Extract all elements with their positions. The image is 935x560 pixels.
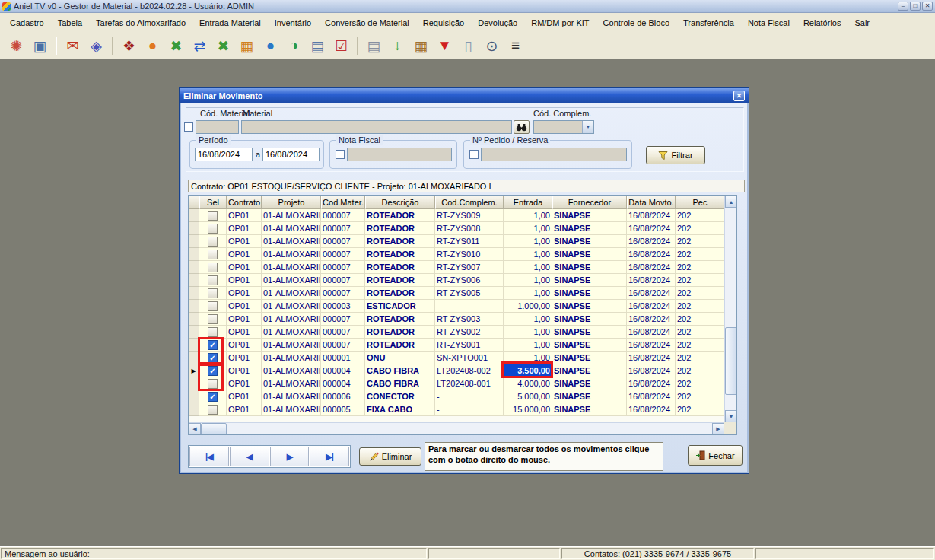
grid-cell-projeto[interactable]: 01-ALMOXARIFA — [262, 261, 321, 274]
menu-item-tabela[interactable]: Tabela — [51, 15, 89, 30]
grid-cell-pec[interactable]: 202 — [676, 209, 724, 222]
menu-item-sair[interactable]: Sair — [848, 15, 876, 30]
periodo-start-input[interactable]: 16/08/2024 — [195, 148, 253, 161]
grid-row[interactable]: OP0101-ALMOXARIFA000007ROTEADORRT-ZYS007… — [189, 261, 724, 274]
scroll-left-button[interactable]: ◀ — [189, 423, 201, 435]
menu-item-conversao-de-material[interactable]: Conversão de Material — [318, 15, 416, 30]
grid-col-header-fornecedor[interactable]: Fornecedor — [552, 196, 627, 209]
journal-icon[interactable]: ≡ — [505, 36, 526, 56]
grid-cell-contrato[interactable]: OP01 — [227, 313, 262, 326]
grid-cell-descricao[interactable]: ROTEADOR — [365, 261, 435, 274]
grid-cell-cod_mater[interactable]: 000004 — [321, 364, 365, 377]
grid-row[interactable]: ✓OP0101-ALMOXARIFA000007ROTEADORRT-ZYS00… — [189, 339, 724, 352]
app-logo-icon[interactable]: ✺ — [6, 36, 27, 56]
pedido-reserva-checkbox[interactable] — [469, 150, 479, 159]
grid-cell-fornecedor[interactable]: SINAPSE — [552, 287, 627, 300]
search-page-icon[interactable]: ⊙ — [482, 36, 502, 56]
grid-cell-descricao[interactable]: FIXA CABO — [365, 403, 435, 416]
grid-cell-cod_mater[interactable]: 000007 — [321, 209, 365, 222]
grid-cell-entrada[interactable]: 1,00 — [504, 235, 552, 248]
grid-cell-entrada[interactable]: 1,00 — [504, 209, 552, 222]
grid-row[interactable]: ✓OP0101-ALMOXARIFA000006CONECTOR-5.000,0… — [189, 390, 724, 403]
eliminar-button[interactable]: Eliminar — [359, 447, 421, 466]
menu-item-tarefas-do-almoxarifado[interactable]: Tarefas do Almoxarifado — [89, 15, 192, 30]
pedido-reserva-input[interactable] — [481, 148, 627, 161]
grid-cell-pec[interactable]: 202 — [676, 274, 724, 287]
grid-cell-fornecedor[interactable]: SINAPSE — [552, 300, 627, 313]
grid-cell-contrato[interactable]: OP01 — [227, 248, 262, 261]
grid-cell-descricao[interactable]: CONECTOR — [365, 390, 435, 403]
grid-cell-fornecedor[interactable]: SINAPSE — [552, 403, 627, 416]
row-select-checkbox[interactable]: ✓ — [208, 392, 218, 402]
grid-cell-fornecedor[interactable]: SINAPSE — [552, 326, 627, 339]
grid-cell-data_movto[interactable]: 16/08/2024 — [627, 377, 676, 390]
grid-cell-fornecedor[interactable]: SINAPSE — [552, 390, 627, 403]
grid-cell-cod_complem[interactable]: RT-ZYS011 — [435, 235, 504, 248]
grid-cell-descricao[interactable]: ROTEADOR — [365, 222, 435, 235]
menu-item-relatorios[interactable]: Relatórios — [797, 15, 848, 30]
grid-cell-entrada[interactable]: 4.000,00 — [504, 377, 552, 390]
grid-cell-pec[interactable]: 202 — [676, 287, 724, 300]
grid-cell-contrato[interactable]: OP01 — [227, 261, 262, 274]
grid-cell-cod_complem[interactable]: LT202408-001 — [435, 377, 504, 390]
grid-cell-pec[interactable]: 202 — [676, 300, 724, 313]
grid-row[interactable]: OP0101-ALMOXARIFA000007ROTEADORRT-ZYS005… — [189, 287, 724, 300]
grid-cell-fornecedor[interactable]: SINAPSE — [552, 261, 627, 274]
row-select-checkbox[interactable] — [208, 327, 218, 337]
cod-material-checkbox[interactable] — [184, 123, 193, 132]
last-record-button[interactable]: ▶| — [310, 447, 349, 466]
grid-cell-contrato[interactable]: OP01 — [227, 352, 262, 364]
grid-cell-cod_mater[interactable]: 000005 — [321, 403, 365, 416]
grid-cell-fornecedor[interactable]: SINAPSE — [552, 235, 627, 248]
maximize-button[interactable]: □ — [910, 2, 921, 11]
grid-cell-descricao[interactable]: ONU — [365, 352, 435, 364]
grid-cell-descricao[interactable]: ESTICADOR — [365, 300, 435, 313]
menu-item-transferencia[interactable]: Transferência — [676, 15, 741, 30]
grid-cell-data_movto[interactable]: 16/08/2024 — [627, 300, 676, 313]
nota-fiscal-input[interactable] — [347, 148, 452, 161]
next-record-button[interactable]: ▶ — [270, 447, 310, 466]
grid-cell-cod_mater[interactable]: 000007 — [321, 326, 365, 339]
menu-item-controle-de-bloco[interactable]: Controle de Bloco — [596, 15, 676, 30]
grid-cell-fornecedor[interactable]: SINAPSE — [552, 364, 627, 377]
first-record-button[interactable]: |◀ — [189, 447, 229, 466]
prior-record-button[interactable]: ◀ — [230, 447, 269, 466]
grid-cell-projeto[interactable]: 01-ALMOXARIFA — [262, 287, 321, 300]
grid-cell-entrada[interactable]: 1.000,00 — [504, 300, 552, 313]
grid-cell-descricao[interactable]: ROTEADOR — [365, 339, 435, 352]
horizontal-scrollbar[interactable]: ◀ ▶ — [189, 422, 724, 434]
grid-cell-projeto[interactable]: 01-ALMOXARIFA — [262, 364, 321, 377]
checklist-icon[interactable]: ☑ — [331, 36, 351, 56]
menu-item-cadastro[interactable]: Cadastro — [3, 15, 51, 30]
globe-icon[interactable]: ● — [260, 36, 281, 56]
grid-row[interactable]: OP0101-ALMOXARIFA000007ROTEADORRT-ZYS008… — [189, 222, 724, 235]
grid-cell-contrato[interactable]: OP01 — [227, 390, 262, 403]
grid-cell-data_movto[interactable]: 16/08/2024 — [627, 248, 676, 261]
grid-cell-cod_mater[interactable]: 000007 — [321, 274, 365, 287]
grid-row[interactable]: OP0101-ALMOXARIFA000007ROTEADORRT-ZYS011… — [189, 235, 724, 248]
grid-cell-contrato[interactable]: OP01 — [227, 403, 262, 416]
grid-cell-pec[interactable]: 202 — [676, 326, 724, 339]
grid-cell-fornecedor[interactable]: SINAPSE — [552, 248, 627, 261]
grid-cell-fornecedor[interactable]: SINAPSE — [552, 377, 627, 390]
periodo-end-input[interactable]: 16/08/2024 — [262, 148, 320, 161]
grid-cell-entrada[interactable]: 1,00 — [504, 274, 552, 287]
scroll-up-button[interactable]: ▲ — [725, 196, 737, 208]
grid-cell-cod_complem[interactable]: - — [435, 300, 504, 313]
grid-cell-fornecedor[interactable]: SINAPSE — [552, 222, 627, 235]
nota-fiscal-checkbox[interactable] — [336, 150, 345, 159]
fechar-button[interactable]: Fechar — [688, 445, 743, 466]
grid-cell-projeto[interactable]: 01-ALMOXARIFA — [262, 235, 321, 248]
cod-material-input[interactable] — [196, 120, 239, 134]
grid-cell-projeto[interactable]: 01-ALMOXARIFA — [262, 326, 321, 339]
media-icon[interactable]: ❖ — [119, 36, 139, 56]
grid-cell-data_movto[interactable]: 16/08/2024 — [627, 390, 676, 403]
grid-cell-projeto[interactable]: 01-ALMOXARIFA — [262, 300, 321, 313]
grid-col-header-cod-complem[interactable]: Cod.Complem. — [435, 196, 504, 209]
unlink-left-icon[interactable]: ✖ — [166, 36, 186, 56]
grid-cell-pec[interactable]: 202 — [676, 403, 724, 416]
row-select-checkbox[interactable] — [208, 314, 218, 324]
grid-cell-entrada[interactable]: 1,00 — [504, 339, 552, 352]
grid-cell-contrato[interactable]: OP01 — [227, 287, 262, 300]
grid-cell-cod_complem[interactable]: - — [435, 390, 504, 403]
